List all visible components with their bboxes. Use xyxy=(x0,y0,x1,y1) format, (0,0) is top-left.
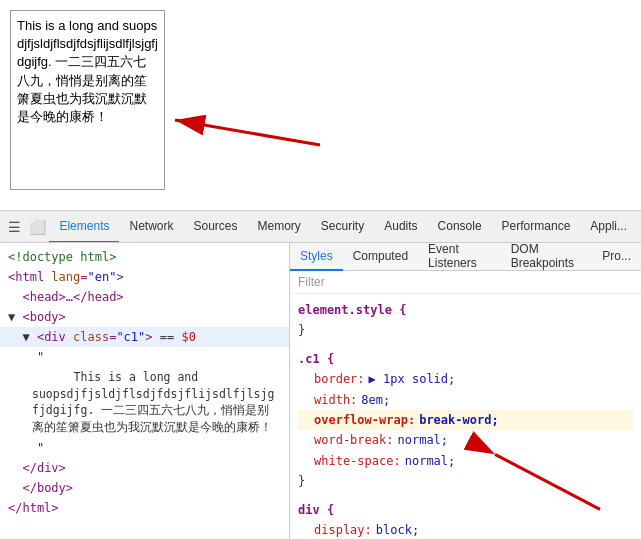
styles-subtab-bar: Styles Computed Event Listeners DOM Brea… xyxy=(290,243,641,271)
devtools-tab-bar: ☰ ⬜ Elements Network Sources Memory Secu… xyxy=(0,211,641,243)
tab-performance[interactable]: Performance xyxy=(492,211,581,243)
dom-line-div-close: </div> xyxy=(0,458,289,478)
css-prop-width: width: 8em; xyxy=(298,390,633,410)
tab-appli[interactable]: Appli... xyxy=(580,211,637,243)
css-selector-c1: .c1 { xyxy=(298,352,334,366)
device-icon[interactable]: ⬜ xyxy=(27,215,48,239)
css-prop-border: border: ▶ 1px solid; xyxy=(298,369,633,389)
subtab-event-listeners[interactable]: Event Listeners xyxy=(418,243,501,271)
css-prop-display: display: block; xyxy=(298,520,633,539)
dom-line-html-close: </html> xyxy=(0,498,289,518)
dom-line-doctype: <!doctype html> xyxy=(0,247,289,267)
dom-line-quote1: " xyxy=(0,347,289,367)
css-selector-div: div { xyxy=(298,503,334,517)
dom-line-head: <head>…</head> xyxy=(0,287,289,307)
tab-network[interactable]: Network xyxy=(119,211,183,243)
subtab-dom-breakpoints[interactable]: DOM Breakpoints xyxy=(501,243,593,271)
filter-bar[interactable]: Filter xyxy=(290,271,641,294)
tab-sources[interactable]: Sources xyxy=(183,211,247,243)
preview-box: This is a long and suopsdjfjsldjflsdjfds… xyxy=(10,10,165,190)
devtools-panel: ☰ ⬜ Elements Network Sources Memory Secu… xyxy=(0,210,641,539)
dom-text-node: This is a long and suopsdjfjsldjflsdjfds… xyxy=(0,367,289,438)
dom-line-body: ▼ <body> xyxy=(0,307,289,327)
svg-line-1 xyxy=(175,120,320,145)
tab-memory[interactable]: Memory xyxy=(248,211,311,243)
preview-area: This is a long and suopsdjfjsldjflsdjfds… xyxy=(0,0,641,210)
css-selector-element-style: element.style { xyxy=(298,303,406,317)
subtab-styles[interactable]: Styles xyxy=(290,243,343,271)
subtab-computed[interactable]: Computed xyxy=(343,243,418,271)
dom-line-div[interactable]: ▼ <div class="c1"> == $0 xyxy=(0,327,289,347)
preview-text: This is a long and suopsdjfjsldjflsdjfds… xyxy=(17,18,158,124)
tab-audits[interactable]: Audits xyxy=(374,211,427,243)
dom-line-body-close: </body> xyxy=(0,478,289,498)
dom-line-html: <html lang="en"> xyxy=(0,267,289,287)
dom-panel: <!doctype html> <html lang="en"> <head>…… xyxy=(0,243,290,539)
css-prop-word-break: word-break: normal; xyxy=(298,430,633,450)
css-prop-overflow-wrap: overflow-wrap: break-word; xyxy=(298,410,633,430)
tab-console[interactable]: Console xyxy=(428,211,492,243)
tab-elements[interactable]: Elements xyxy=(49,211,119,243)
css-rule-div: div { display: block; } xyxy=(298,500,633,539)
dom-line-quote2: " xyxy=(0,438,289,458)
devtools-body: <!doctype html> <html lang="en"> <head>…… xyxy=(0,243,641,539)
inspect-icon[interactable]: ☰ xyxy=(4,215,25,239)
css-prop-white-space: white-space: normal; xyxy=(298,451,633,471)
subtab-pro[interactable]: Pro... xyxy=(592,243,641,271)
css-rule-c1: .c1 { border: ▶ 1px solid; width: 8em; o… xyxy=(298,349,633,492)
tab-security[interactable]: Security xyxy=(311,211,374,243)
css-rules: element.style { } .c1 { border: ▶ 1px so… xyxy=(290,294,641,539)
styles-panel: Styles Computed Event Listeners DOM Brea… xyxy=(290,243,641,539)
filter-label: Filter xyxy=(298,275,325,289)
css-rule-element-style: element.style { } xyxy=(298,300,633,341)
